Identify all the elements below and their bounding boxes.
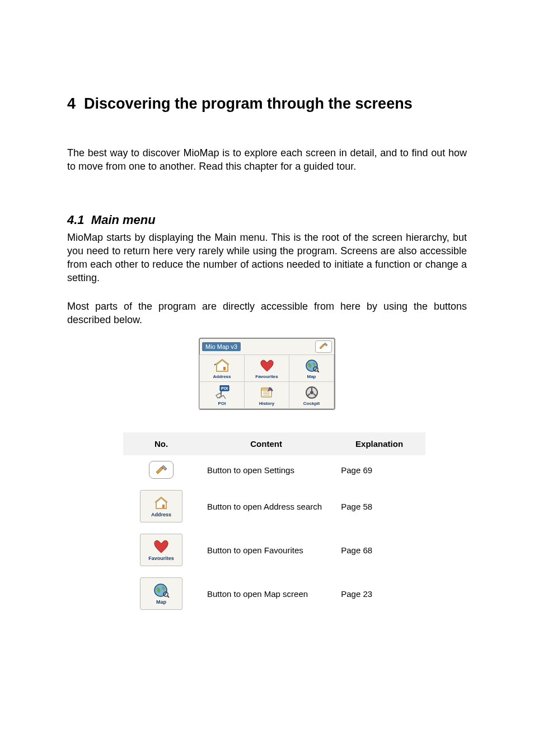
tile-label: Favourites [148, 556, 174, 561]
menu-label: Cockpit [303, 401, 320, 406]
subsection-para-2: Most parts of the program are directly a… [67, 300, 467, 327]
main-menu-figure: Mio Map v3 [199, 338, 335, 410]
page: 4 Discovering the program through the sc… [0, 0, 534, 756]
table-cell-content: Button to open Address search [199, 484, 333, 528]
favourites-icon [259, 358, 275, 373]
menu-label: History [259, 401, 275, 406]
address-icon [153, 495, 170, 511]
table-cell-explanation: Page 68 [333, 528, 425, 572]
svg-point-13 [310, 391, 313, 394]
tile-label: Map [156, 599, 166, 605]
table-header-explanation: Explanation [333, 432, 425, 455]
table-header-no: No. [123, 432, 199, 455]
menu-cell-cockpit[interactable]: Cockpit [289, 381, 334, 409]
favourites-tile: Favourites [140, 534, 182, 566]
svg-rect-0 [223, 367, 226, 370]
table-cell-explanation: Page 58 [333, 484, 425, 528]
section-intro: The best way to discover MioMap is to ex… [67, 146, 467, 174]
table-row: Button to open Settings Page 69 [123, 455, 425, 484]
address-icon [214, 358, 231, 373]
svg-line-20 [167, 596, 169, 598]
menu-title: Mio Map v3 [202, 342, 241, 351]
menu-label: Favourites [255, 374, 278, 379]
map-icon [303, 358, 320, 373]
svg-text:POI: POI [221, 386, 227, 390]
favourites-icon [153, 539, 170, 554]
address-tile: Address [140, 490, 182, 522]
subsection-heading: 4.1 Main menu [67, 213, 467, 227]
section-number: 4 [67, 95, 76, 112]
tools-icon [318, 342, 329, 352]
section-heading: 4 Discovering the program through the sc… [67, 95, 467, 113]
menu-cell-map[interactable]: Map [289, 354, 334, 382]
table-header-content: Content [199, 432, 333, 455]
tools-icon [154, 464, 168, 476]
table-cell-content: Button to open Favourites [199, 528, 333, 572]
tile-label: Address [151, 512, 171, 517]
svg-point-18 [154, 584, 167, 596]
subsection-title-text: Main menu [91, 213, 156, 227]
svg-rect-17 [162, 505, 165, 508]
table-row: Favourites Button to open Favourites Pag… [123, 528, 425, 572]
map-icon [153, 582, 170, 598]
poi-icon: POI [214, 385, 231, 400]
table-cell-explanation: Page 23 [333, 572, 425, 615]
menu-label: POI [218, 401, 226, 406]
subsection-para-1: MioMap starts by displaying the Main men… [67, 231, 467, 285]
menu-titlebar: Mio Map v3 [200, 339, 334, 355]
subsection-number: 4.1 [67, 213, 85, 227]
section-title-text: Discovering the program through the scre… [84, 95, 413, 112]
menu-cell-favourites[interactable]: Favourites [244, 354, 289, 382]
menu-cell-address[interactable]: Address [199, 354, 245, 382]
buttons-table: No. Content Explanation [123, 432, 425, 615]
table-cell-content: Button to open Map screen [199, 572, 333, 615]
table-cell-explanation: Page 69 [333, 455, 425, 484]
map-tile: Map [140, 577, 182, 610]
menu-cell-history[interactable]: History [244, 381, 289, 409]
menu-cell-poi[interactable]: POI POI [199, 381, 245, 409]
cockpit-icon [303, 385, 320, 400]
table-row: Map Button to open Map screen Page 23 [123, 572, 425, 615]
table-cell-content: Button to open Settings [199, 455, 333, 484]
svg-line-3 [317, 371, 319, 372]
settings-button-icon [149, 461, 174, 479]
table-row: Address Button to open Address search Pa… [123, 484, 425, 528]
svg-point-1 [306, 360, 317, 371]
history-icon [259, 385, 275, 400]
menu-label: Address [213, 374, 231, 379]
settings-button[interactable] [315, 340, 332, 353]
menu-label: Map [307, 374, 316, 379]
